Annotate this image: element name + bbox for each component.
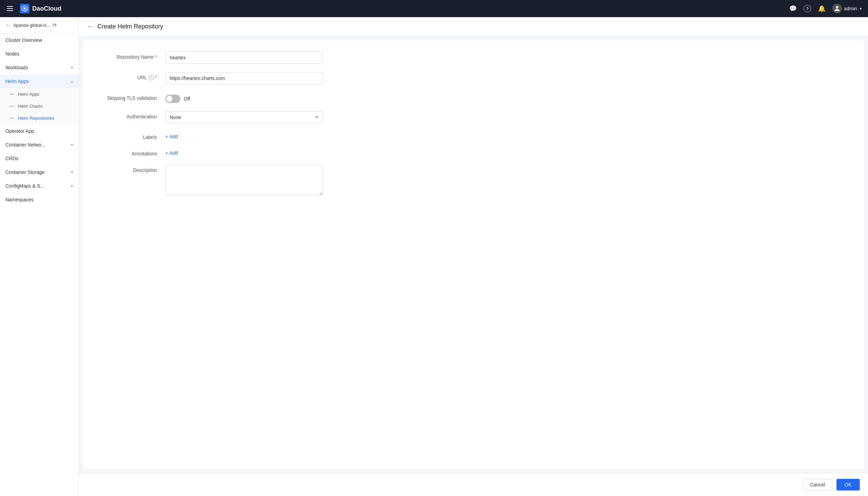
tls-toggle[interactable] [165, 95, 180, 103]
user-avatar [832, 4, 842, 13]
repo-name-row: Repository Name * [97, 51, 850, 64]
sidebar-item-helm-apps[interactable]: Helm Apps ▴ [0, 74, 79, 88]
page-title: Create Helm Repository [97, 23, 163, 30]
ok-button[interactable]: OK [836, 479, 860, 491]
help-icon[interactable]: ? [804, 5, 811, 12]
logo-icon [20, 4, 29, 13]
helm-apps-submenu: Helm Apps Helm Charts Helm Repositories [0, 88, 79, 124]
user-chevron-icon: ▼ [859, 7, 863, 11]
topnav: DaoCloud 💬 ? 🔔 admin ▼ [0, 0, 868, 17]
user-menu[interactable]: admin ▼ [832, 4, 863, 13]
helm-apps-chevron-icon: ▴ [71, 79, 73, 84]
labels-add-button[interactable]: + Add [165, 132, 323, 139]
sidebar-item-operator-app[interactable]: Operator App [0, 124, 79, 138]
url-control [165, 72, 323, 84]
back-cluster-icon[interactable]: ← [5, 22, 11, 28]
chat-icon[interactable]: 💬 [789, 5, 797, 12]
svg-point-1 [24, 8, 25, 9]
labels-control: + Add [165, 132, 323, 139]
url-label: URL ? * [97, 72, 165, 80]
hamburger-menu[interactable] [5, 5, 14, 12]
repo-name-label: Repository Name * [97, 51, 165, 60]
sidebar-subitem-helm-repositories[interactable]: Helm Repositories [0, 112, 79, 124]
dash-icon [10, 94, 14, 94]
workloads-chevron-icon: ▾ [71, 65, 73, 70]
labels-row: Labels + Add [97, 132, 850, 140]
url-help-icon[interactable]: ? [148, 75, 154, 80]
annotations-row: Annotations + Add [97, 148, 850, 156]
refresh-cluster-icon[interactable]: ⟳ [53, 22, 57, 28]
sidebar: ← kpanda-global-cl... ⟳ Cluster Overview… [0, 17, 79, 496]
sidebar-item-configmaps[interactable]: ConfigMaps & S... ▾ [0, 179, 79, 193]
description-label: Description [97, 165, 165, 173]
sidebar-item-namespaces[interactable]: Namespaces [0, 193, 79, 206]
url-input[interactable] [165, 72, 323, 84]
plus-icon-annotations: + [165, 150, 168, 156]
required-star-url: * [155, 75, 157, 80]
sidebar-subitem-helm-charts[interactable]: Helm Charts [0, 100, 79, 112]
annotations-control: + Add [165, 148, 323, 156]
sidebar-item-crds[interactable]: CRDs [0, 152, 79, 165]
sidebar-item-container-storage[interactable]: Container Storage ▾ [0, 165, 79, 179]
sidebar-item-container-network[interactable]: Container Netwo... ▾ [0, 138, 79, 152]
sidebar-subitem-helm-apps[interactable]: Helm Apps [0, 88, 79, 100]
annotations-add-button[interactable]: + Add [165, 148, 323, 156]
content-area: ← Create Helm Repository Repository Name… [79, 17, 868, 496]
back-button[interactable]: ← [87, 23, 93, 30]
annotations-label: Annotations [97, 148, 165, 156]
url-row: URL ? * [97, 72, 850, 84]
dash-active-icon [10, 118, 14, 118]
sidebar-item-cluster-overview[interactable]: Cluster Overview [0, 33, 79, 47]
logo: DaoCloud [20, 4, 61, 13]
sidebar-item-nodes[interactable]: Nodes [0, 47, 79, 61]
tls-control: Off [165, 93, 323, 103]
tls-label: Skipping TLS validation [97, 93, 165, 101]
container-storage-chevron-icon: ▾ [71, 170, 73, 175]
auth-select[interactable]: None Basic Auth Bearer Token [165, 111, 323, 123]
cancel-button[interactable]: Cancel [803, 479, 832, 491]
auth-row: Authentication None Basic Auth Bearer To… [97, 111, 850, 123]
auth-control: None Basic Auth Bearer Token [165, 111, 323, 123]
repo-name-control [165, 51, 323, 64]
tls-row: Skipping TLS validation Off [97, 93, 850, 103]
cluster-selector[interactable]: ← kpanda-global-cl... ⟳ [0, 17, 79, 33]
plus-icon: + [165, 134, 168, 139]
container-network-chevron-icon: ▾ [71, 142, 73, 147]
auth-label: Authentication [97, 111, 165, 119]
bell-icon[interactable]: 🔔 [818, 5, 825, 12]
repo-name-input[interactable] [165, 51, 323, 64]
description-row: Description [97, 165, 850, 197]
toggle-label: Off [184, 96, 190, 102]
form-footer: Cancel OK [79, 473, 868, 496]
dash-icon [10, 106, 14, 106]
page-header: ← Create Helm Repository [79, 17, 868, 36]
description-control [165, 165, 323, 197]
toggle-knob [166, 96, 172, 102]
configmaps-chevron-icon: ▾ [71, 184, 73, 188]
sidebar-item-workloads[interactable]: Workloads ▾ [0, 61, 79, 74]
form-container: Repository Name * URL ? * [83, 40, 864, 469]
description-textarea[interactable] [165, 165, 323, 196]
required-star: * [155, 54, 157, 60]
sidebar-nav: Cluster Overview Nodes Workloads ▾ Helm … [0, 33, 79, 496]
labels-label: Labels [97, 132, 165, 140]
